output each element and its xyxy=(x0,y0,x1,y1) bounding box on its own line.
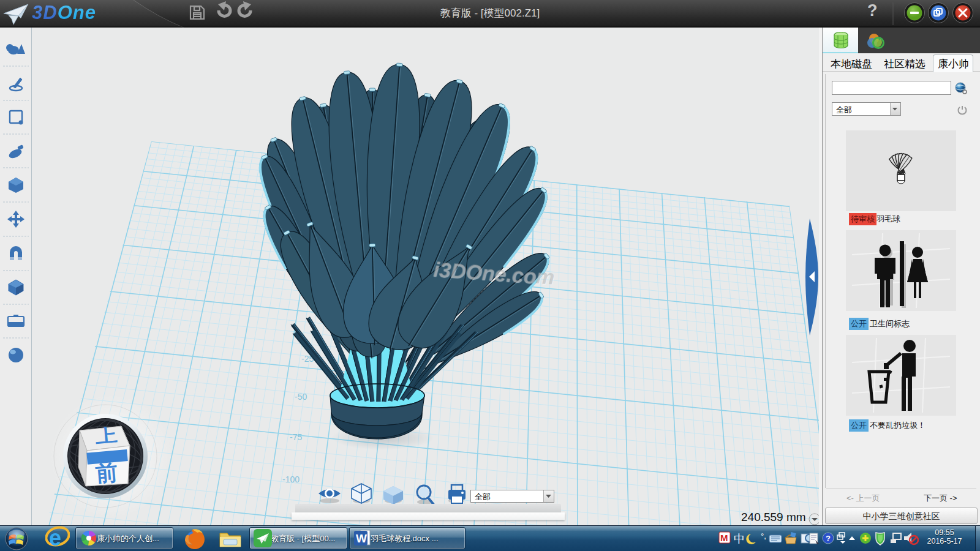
svg-text:W: W xyxy=(356,532,367,545)
svg-text:M: M xyxy=(720,533,728,543)
svg-text:°,: °, xyxy=(761,531,766,541)
svg-text:上: 上 xyxy=(94,424,118,446)
svg-text:中: 中 xyxy=(734,533,745,545)
svg-text:前: 前 xyxy=(94,460,118,487)
svg-text:?: ? xyxy=(826,534,831,543)
